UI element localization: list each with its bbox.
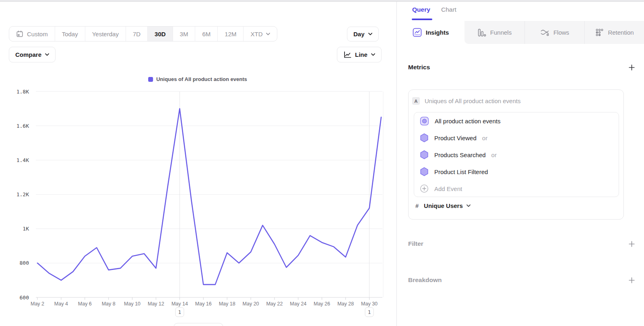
tab-label: Retention [608,29,634,36]
plus-circle-icon [420,184,429,193]
tab-label: Funnels [490,29,512,36]
tab-query[interactable]: Query [412,6,430,13]
add-metric-button plus-icon[interactable] [629,64,635,71]
hexagon-icon [420,150,429,160]
metrics-section-header: Metrics [408,62,635,73]
tab-flows[interactable]: Flows [524,21,584,44]
svg-text:May 4: May 4 [54,301,68,307]
filter-section-header: Filter [408,239,635,249]
breakdown-section-header: Breakdown [408,275,635,285]
event-row-5[interactable]: Add Event [414,180,619,197]
measurement-label: Unique Users [424,202,471,209]
hexagon-icon [420,133,429,143]
funnels-icon [477,28,486,37]
tab-retention[interactable]: Retention [584,21,644,44]
svg-text:May 18: May 18 [219,301,235,307]
event-operator: or [482,135,487,141]
event-name: Product List Filtered [434,168,488,175]
svg-text:May 8: May 8 [102,301,116,307]
svg-text:May 16: May 16 [195,301,212,307]
annotation-marker[interactable]: 1 [365,307,374,317]
svg-text:May 24: May 24 [290,301,306,307]
clipped-bottom-pill[interactable] [174,323,223,326]
tab-label: Flows [553,29,569,36]
metric-badge: A [412,97,420,105]
add-filter-button plus-icon[interactable] [629,241,635,247]
insights-icon [413,28,422,37]
metric-card: A Uniques of All product action events A… [408,89,624,220]
panel-header: Query Chart [397,2,644,21]
add-breakdown-button plus-icon[interactable] [629,277,635,283]
metric-card-header[interactable]: A Uniques of All product action events [409,90,623,112]
svg-text:May 22: May 22 [266,301,283,307]
svg-text:1.6K: 1.6K [17,123,29,129]
report-type-tabs: InsightsFunnelsFlowsRetention [397,21,644,44]
svg-text:1.4K: 1.4K [17,157,29,163]
section-title: Filter [408,240,423,247]
event-name: Products Searched [434,152,486,158]
svg-text:May 26: May 26 [314,301,330,307]
line-chart[interactable]: 6008001K1.2K1.4K1.6K1.8KMay 2May 4May 6M… [0,2,396,326]
event-name: All product action events [435,118,500,125]
svg-text:1: 1 [368,309,371,315]
hexagon-icon [420,167,429,176]
svg-text:May 12: May 12 [148,301,164,307]
svg-text:600: 600 [20,295,29,301]
event-name: Product Viewed [434,135,477,141]
chevron-down-icon [466,204,471,207]
svg-text:May 20: May 20 [243,301,259,307]
svg-text:May 28: May 28 [337,301,354,307]
event-row-2[interactable]: Product Viewedor [414,129,619,146]
measurement-text: Unique Users [424,202,463,209]
retention-icon [595,28,604,37]
tab-label: Insights [426,29,449,36]
svg-text:1.8K: 1.8K [17,89,29,95]
event-row-4[interactable]: Product List Filtered [414,163,619,180]
tab-insights[interactable]: Insights [397,21,464,44]
event-name: Add Event [434,185,462,192]
svg-text:May 6: May 6 [78,301,92,307]
event-list: All product action eventsProduct Viewedo… [414,112,619,197]
svg-text:1.2K: 1.2K [17,191,29,197]
svg-text:May 30: May 30 [361,301,378,307]
event-operator: or [491,152,497,158]
active-tab-underline [412,19,432,20]
svg-text:800: 800 [20,260,29,266]
chart-area: CustomTodayYesterday7D30D3M6M12MXTD Day … [0,2,396,326]
svg-text:May 2: May 2 [31,301,44,307]
flows-icon [540,28,549,37]
tab-funnels[interactable]: Funnels [464,21,524,44]
metrics-heading: Metrics [408,64,430,71]
event-row-1[interactable]: All product action events [414,112,619,129]
svg-text:1: 1 [178,309,182,315]
app-window: CustomTodayYesterday7D30D3M6M12MXTD Day … [0,0,644,326]
measurement-selector[interactable]: # Unique Users [415,202,471,209]
tab-chart[interactable]: Chart [441,6,456,13]
svg-text:1K: 1K [23,226,29,232]
event-row-3[interactable]: Products Searchedor [414,146,619,163]
all-events-icon [420,116,429,126]
svg-text:May 10: May 10 [124,301,140,307]
metric-title: Uniques of All product action events [425,98,520,104]
query-panel: Query Chart InsightsFunnelsFlowsRetentio… [396,2,644,326]
svg-text:May 14: May 14 [171,301,188,307]
annotation-marker[interactable]: 1 [175,307,184,317]
window-top-strip [0,0,644,2]
hash-icon: # [415,203,419,209]
section-title: Breakdown [408,276,442,284]
